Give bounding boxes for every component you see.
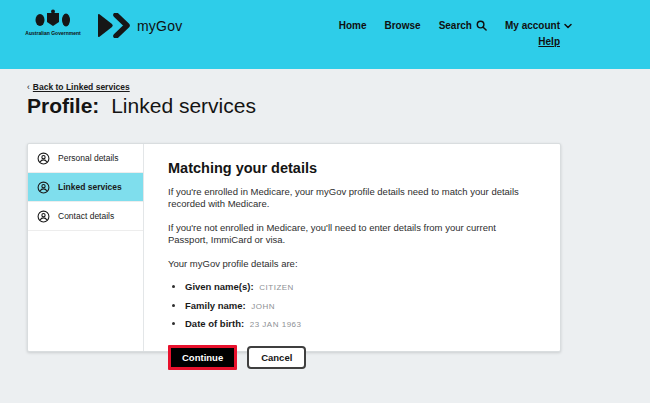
search-icon: [476, 20, 487, 31]
nav-home-label: Home: [339, 20, 367, 31]
coat-of-arms-label: Australian Government: [24, 30, 82, 36]
nav-search[interactable]: Search: [439, 20, 487, 31]
action-buttons: Continue Cancel: [168, 345, 536, 370]
detail-family-name: Family name: JOHN: [185, 300, 536, 311]
user-circle-icon: [37, 152, 50, 165]
mygov-logo[interactable]: myGov: [96, 13, 182, 38]
my-account-menu[interactable]: My account: [505, 20, 572, 31]
detail-date-of-birth: Date of birth: 23 JAN 1963: [185, 318, 536, 329]
user-circle-icon: [37, 181, 50, 194]
page-title-rest: Linked services: [111, 94, 256, 117]
sidebar-item-contact-details[interactable]: Contact details: [28, 202, 143, 231]
mygov-chevrons-icon: [96, 13, 130, 38]
profile-sidebar: Personal details Linked services Contact…: [28, 144, 144, 351]
matching-details-panel: Matching your details If you're enrolled…: [144, 144, 560, 351]
back-chevron-icon: ‹: [27, 82, 30, 92]
sidebar-item-label: Contact details: [58, 211, 114, 221]
nav-browse[interactable]: Browse: [385, 20, 421, 31]
detail-label: Given name(s):: [185, 281, 254, 292]
help-link[interactable]: Help: [538, 36, 560, 47]
mygov-logo-text: myGov: [137, 18, 182, 34]
user-circle-icon: [37, 210, 50, 223]
site-header: Australian Government myGov Home Browse …: [0, 0, 650, 69]
detail-label: Family name:: [185, 300, 246, 311]
sidebar-item-label: Linked services: [58, 182, 122, 192]
cancel-button[interactable]: Cancel: [247, 346, 306, 369]
nav-home[interactable]: Home: [339, 20, 367, 31]
page-title: Profile: Linked services: [27, 94, 256, 118]
australian-government-crest: Australian Government: [24, 9, 82, 36]
profile-details-list: Given name(s): CITIZEN Family name: JOHN…: [168, 281, 536, 329]
nav-browse-label: Browse: [385, 20, 421, 31]
linked-services-card: Personal details Linked services Contact…: [27, 143, 561, 352]
page-title-prefix: Profile:: [27, 94, 99, 117]
continue-button[interactable]: Continue: [168, 345, 237, 370]
medicare-not-enrolled-text: If you're not enrolled in Medicare, you'…: [168, 222, 536, 246]
header-nav: Home Browse Search My account: [339, 20, 572, 31]
detail-value: 23 JAN 1963: [250, 320, 302, 329]
detail-label: Date of birth:: [185, 318, 244, 329]
sidebar-item-label: Personal details: [58, 153, 118, 163]
detail-value: JOHN: [251, 302, 275, 311]
details-intro-text: Your myGov profile details are:: [168, 258, 536, 270]
detail-given-names: Given name(s): CITIZEN: [185, 281, 536, 292]
brand-block: Australian Government myGov: [24, 9, 182, 38]
back-link-label: Back to Linked services: [33, 82, 130, 92]
nav-search-label: Search: [439, 20, 472, 31]
sidebar-item-linked-services[interactable]: Linked services: [28, 173, 143, 202]
medicare-enrolled-text: If you're enrolled in Medicare, your myG…: [168, 186, 536, 210]
back-to-linked-services-link[interactable]: ‹ Back to Linked services: [27, 82, 130, 92]
detail-value: CITIZEN: [259, 283, 294, 292]
my-account-label: My account: [505, 20, 560, 31]
chevron-down-icon: [564, 23, 572, 29]
panel-heading: Matching your details: [168, 160, 536, 176]
sidebar-item-personal-details[interactable]: Personal details: [28, 144, 143, 173]
coat-of-arms-icon: [33, 9, 73, 29]
